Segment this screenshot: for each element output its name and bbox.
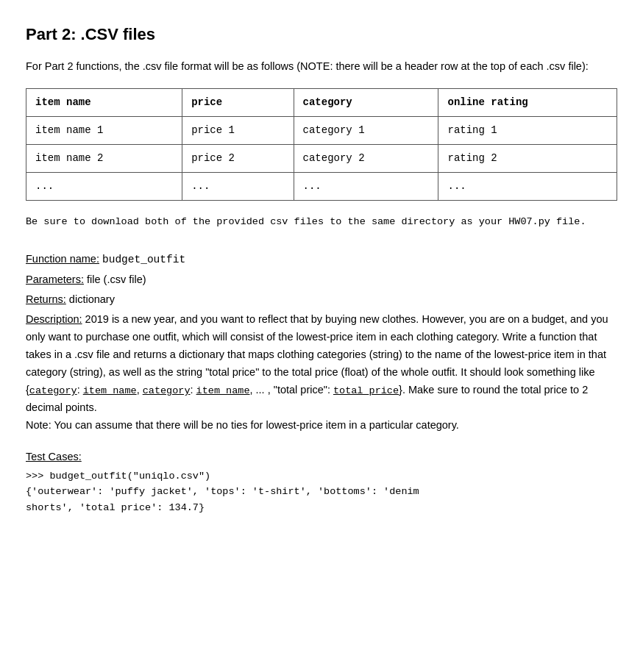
cell-category-2: category 2 [294, 145, 438, 173]
table-row: item name 1 price 1 category 1 rating 1 [26, 117, 617, 145]
parameters-value: file (.csv file) [87, 274, 146, 285]
function-name-value: budget_outfit [102, 254, 185, 265]
download-note: Be sure to download both of the provided… [26, 214, 617, 230]
cell-ellipsis-1: ... [26, 173, 182, 201]
table-row: item name 2 price 2 category 2 rating 2 [26, 145, 617, 173]
returns-line: Returns: dictionary [26, 291, 617, 308]
description-note2: Note: You can assume that there will be … [26, 419, 459, 431]
function-definition: Function name: budget_outfit Parameters:… [26, 251, 617, 516]
function-name-label: Function name: [26, 253, 99, 265]
parameters-line: Parameters: file (.csv file) [26, 271, 617, 288]
test-code-block: >>> budget_outfit("uniqlo.csv") {'outerw… [26, 468, 617, 516]
cell-item-name-1: item name 1 [26, 117, 182, 145]
description-text-1: 2019 is a new year, and you want to refl… [26, 313, 608, 413]
page-title: Part 2: .CSV files [26, 22, 617, 46]
test-cases-section: Test Cases: >>> budget_outfit("uniqlo.cs… [26, 449, 617, 516]
csv-format-table: item name price category online rating i… [26, 88, 617, 201]
cell-price-2: price 2 [182, 145, 294, 173]
cell-category-1: category 1 [294, 117, 438, 145]
cell-item-name-2: item name 2 [26, 145, 182, 173]
function-name-line: Function name: budget_outfit [26, 251, 617, 268]
cell-ellipsis-2: ... [182, 173, 294, 201]
table-row: ... ... ... ... [26, 173, 617, 201]
cell-rating-2: rating 2 [438, 145, 617, 173]
table-header-row: item name price category online rating [26, 89, 617, 117]
col-header-category: category [294, 89, 438, 117]
intro-paragraph: For Part 2 functions, the .csv file form… [26, 58, 617, 75]
col-header-online-rating: online rating [438, 89, 617, 117]
col-header-price: price [182, 89, 294, 117]
cell-rating-1: rating 1 [438, 117, 617, 145]
cell-ellipsis-3: ... [294, 173, 438, 201]
test-cases-label: Test Cases: [26, 449, 617, 465]
cell-ellipsis-4: ... [438, 173, 617, 201]
description-block: Description: 2019 is a new year, and you… [26, 311, 617, 435]
returns-value: dictionary [69, 293, 115, 305]
returns-label: Returns: [26, 293, 66, 305]
cell-price-1: price 1 [182, 117, 294, 145]
description-label: Description: [26, 313, 82, 325]
parameters-label: Parameters: [26, 274, 84, 285]
col-header-item-name: item name [26, 89, 182, 117]
